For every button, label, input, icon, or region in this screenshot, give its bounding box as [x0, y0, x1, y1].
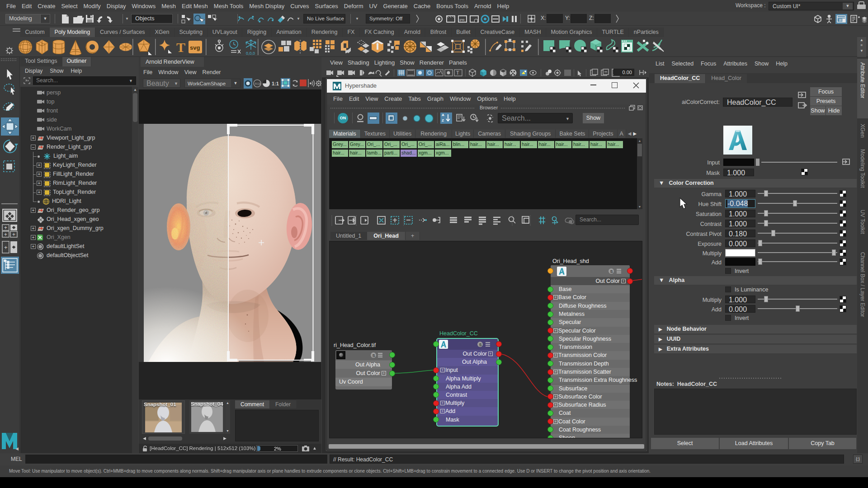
svg-text:S: S [373, 353, 375, 358]
svg-text:IPR: IPR [459, 19, 465, 22]
svg-text:1:1: 1:1 [272, 81, 279, 86]
svg-text:+: + [4, 244, 8, 251]
svg-text:+: + [12, 231, 15, 238]
svg-text:RGB: RGB [255, 82, 261, 85]
svg-text:T: T [176, 40, 185, 55]
svg-text:+: + [4, 225, 7, 231]
svg-text:T: T [456, 70, 459, 75]
svg-text:S: S [479, 343, 482, 347]
svg-text:0,0,0: 0,0,0 [246, 51, 255, 56]
svg-text:svg: svg [190, 44, 200, 51]
svg-text:S: S [610, 269, 613, 274]
svg-text:+: + [4, 231, 7, 238]
